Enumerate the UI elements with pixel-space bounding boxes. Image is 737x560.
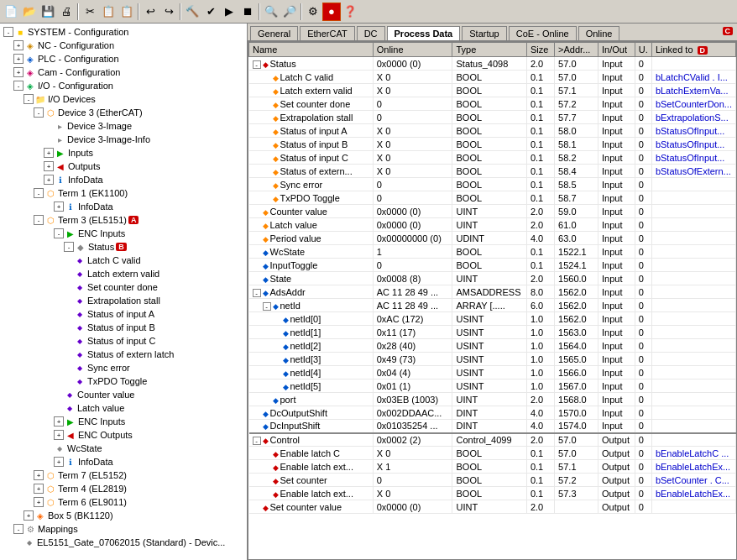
table-row[interactable]: -◆Control0x0002 (2)Control_40992.057.0Ou…: [249, 433, 736, 447]
save-btn[interactable]: 💾: [39, 3, 57, 21]
open-btn[interactable]: 📂: [20, 3, 39, 21]
col-size[interactable]: Size: [526, 43, 554, 57]
tree-item-counter[interactable]: ◆ Counter value: [2, 388, 245, 401]
expand-system[interactable]: -: [3, 27, 13, 37]
table-row[interactable]: ◆Set counter0BOOL0.157.2Output0bSetCount…: [249, 474, 736, 487]
table-row[interactable]: ◆Enable latch CX 0BOOL0.157.0Output0bEna…: [249, 447, 736, 460]
expand-io[interactable]: -: [13, 81, 24, 91]
table-row[interactable]: ◆Latch C validX 0BOOL0.157.0Input0bLatch…: [249, 71, 736, 84]
expand-outputs[interactable]: +: [44, 161, 54, 171]
table-row[interactable]: ◆TxPDO Toggle0BOOL0.158.7Input0: [249, 191, 736, 205]
tab-coe-online[interactable]: CoE - Online: [509, 26, 577, 40]
tree-item-enc-inputs[interactable]: - ▶ ENC Inputs: [2, 227, 245, 240]
tree-item-infodata[interactable]: + ℹ InfoData: [2, 173, 245, 186]
stop-btn[interactable]: ⏹: [238, 3, 257, 21]
print-btn[interactable]: 🖨: [57, 3, 76, 21]
expand-enc-inputs2[interactable]: +: [54, 416, 64, 427]
table-row[interactable]: ◆Period value0x00000000 (0)UDINT4.063.0I…: [249, 232, 736, 245]
redo-btn[interactable]: ↪: [159, 3, 178, 21]
expand-enc-inputs[interactable]: -: [54, 228, 64, 238]
table-row[interactable]: ◆InputToggle0BOOL0.11524.1Input0: [249, 259, 736, 272]
tree-item-inputs[interactable]: + ▶ Inputs: [2, 146, 245, 160]
expand-term3[interactable]: -: [34, 215, 44, 225]
build-btn[interactable]: 🔨: [183, 3, 201, 21]
check-btn[interactable]: ✔: [201, 3, 220, 21]
table-row[interactable]: ◆DcInputShift0x01035254 ...DINT4.01574.0…: [249, 420, 736, 433]
tree-item-dev3imginfo[interactable]: ▸ Device 3-Image-Info: [2, 133, 245, 146]
expand-term4[interactable]: +: [34, 484, 44, 494]
row-expand[interactable]: -: [253, 60, 261, 69]
expand-plc[interactable]: +: [13, 54, 24, 64]
table-row[interactable]: -◆Status0x0000 (0)Status_40982.057.0Inpu…: [249, 57, 736, 71]
table-row[interactable]: ◆netId[4]0x04 (4)USINT1.01566.0Input0: [249, 366, 736, 379]
tree-item-wcstate[interactable]: ◆ WcState: [2, 442, 245, 455]
table-row[interactable]: ◆Status of input BX 0BOOL0.158.1Input0bS…: [249, 138, 736, 151]
table-row[interactable]: ◆Status of input CX 0BOOL0.158.2Input0bS…: [249, 151, 736, 165]
tree-item-dev3[interactable]: - ⬡ Device 3 (EtherCAT): [2, 106, 245, 119]
row-expand[interactable]: -: [253, 437, 261, 445]
tree-item-system[interactable]: - ■ SYSTEM - Configuration: [2, 25, 245, 39]
tree-item-enc-inputs2[interactable]: + ▶ ENC Inputs: [2, 415, 245, 428]
col-u[interactable]: U.: [635, 43, 651, 57]
tree-item-outputs[interactable]: + ◀ Outputs: [2, 160, 245, 173]
tree-item-io[interactable]: - ◈ I/O - Configuration: [2, 79, 245, 92]
tree-item-extrap[interactable]: ◆ Extrapolation stall: [2, 294, 245, 307]
table-row[interactable]: ◆Enable latch ext...X 0BOOL0.157.3Output…: [249, 487, 736, 500]
table-row[interactable]: ◆Counter value0x0000 (0)UINT2.059.0Input…: [249, 205, 736, 218]
help-btn[interactable]: ❓: [341, 3, 359, 21]
table-row[interactable]: ◆WcState1BOOL0.11522.1Input0: [249, 245, 736, 259]
table-row[interactable]: ◆Enable latch ext...X 1BOOL0.157.1Output…: [249, 460, 736, 474]
tree-item-plc[interactable]: + ◈ PLC - Configuration: [2, 52, 245, 65]
tab-dc[interactable]: DC: [357, 26, 385, 40]
table-row[interactable]: -◆AdsAddrAC 11 28 49 ...AMSADDRESS8.0156…: [249, 285, 736, 299]
expand-term7[interactable]: +: [34, 470, 44, 480]
table-row[interactable]: ◆netId[5]0x01 (1)USINT1.01567.0Input0: [249, 379, 736, 393]
tree-item-cam[interactable]: + ◈ Cam - Configuration: [2, 65, 245, 79]
table-row[interactable]: ◆netId[1]0x11 (17)USINT1.01563.0Input0: [249, 326, 736, 339]
tree-item-latch-ext[interactable]: ◆ Latch extern valid: [2, 267, 245, 280]
table-row[interactable]: ◆port0x03EB (1003)UINT2.01568.0Input0: [249, 393, 736, 406]
tree-item-infodata2[interactable]: + ℹ InfoData: [2, 455, 245, 468]
new-btn[interactable]: 📄: [2, 3, 20, 21]
table-row[interactable]: ◆DcOutputShift0x002DDAAC...DINT4.01570.0…: [249, 406, 736, 420]
tree-item-term4[interactable]: + ⬡ Term 4 (EL2819): [2, 482, 245, 495]
tree-item-box5[interactable]: + ◈ Box 5 (BK1120): [2, 509, 245, 522]
tree-item-term1[interactable]: - ⬡ Term 1 (EK1100): [2, 186, 245, 200]
tab-startup[interactable]: Startup: [462, 26, 506, 40]
tab-processdata[interactable]: Process Data: [387, 26, 461, 40]
tree-item-term1info[interactable]: + ℹ InfoData: [2, 200, 245, 213]
expand-box5[interactable]: +: [24, 510, 34, 521]
tree-item-dev3img[interactable]: ▸ Device 3-Image: [2, 119, 245, 133]
col-inout[interactable]: In/Out: [598, 43, 635, 57]
col-type[interactable]: Type: [452, 43, 526, 57]
table-row[interactable]: ◆Set counter value0x0000 (0)UINT2.0Outpu…: [249, 500, 736, 514]
row-expand[interactable]: -: [263, 302, 271, 311]
tree-item-term3[interactable]: - ⬡ Term 3 (EL5151) A: [2, 213, 245, 227]
find-btn[interactable]: 🔍: [262, 3, 280, 21]
col-name[interactable]: Name: [249, 43, 374, 57]
table-row[interactable]: ◆Latch extern validX 0BOOL0.157.1Input0b…: [249, 84, 736, 97]
table-row[interactable]: ◆Sync error0BOOL0.158.5Input0: [249, 178, 736, 191]
online-btn[interactable]: ●: [322, 3, 341, 21]
run-btn[interactable]: ▶: [220, 3, 238, 21]
tab-online[interactable]: Online: [578, 26, 620, 40]
row-expand[interactable]: -: [253, 289, 261, 297]
table-row[interactable]: ◆State0x0008 (8)UINT2.01560.0Input0: [249, 272, 736, 285]
config-btn[interactable]: ⚙: [304, 3, 322, 21]
col-addr[interactable]: >Addr...: [555, 43, 598, 57]
tree-item-enc-outputs[interactable]: + ◀ ENC Outputs: [2, 428, 245, 442]
expand-cam[interactable]: +: [13, 67, 24, 77]
expand-status[interactable]: -: [64, 242, 74, 252]
tree-item-iodevices[interactable]: - 📁 I/O Devices: [2, 92, 245, 106]
zoom-btn[interactable]: 🔎: [280, 3, 299, 21]
tree-item-latch-c[interactable]: ◆ Latch C valid: [2, 254, 245, 267]
paste-btn[interactable]: 📋: [118, 3, 136, 21]
tree-item-mappings[interactable]: - ⚙ Mappings: [2, 522, 245, 536]
table-row[interactable]: ◆Extrapolation stall0BOOL0.157.7Input0bE…: [249, 111, 736, 124]
tree-item-term6[interactable]: + ⬡ Term 6 (EL9011): [2, 495, 245, 509]
tree-item-latch-val[interactable]: ◆ Latch value: [2, 401, 245, 415]
tree-item-term7[interactable]: + ⬡ Term 7 (EL5152): [2, 468, 245, 482]
tree-item-txpdo[interactable]: ◆ TxPDO Toggle: [2, 374, 245, 388]
expand-nc[interactable]: +: [13, 40, 24, 50]
tab-ethercat[interactable]: EtherCAT: [300, 26, 354, 40]
